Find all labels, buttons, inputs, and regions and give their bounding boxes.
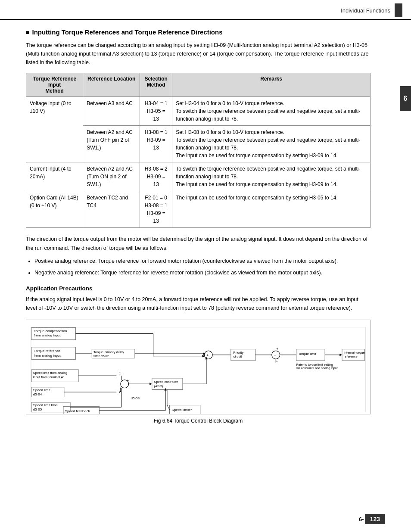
svg-text:Speed feedback: Speed feedback	[65, 409, 90, 413]
table-row: Option Card (AI-14B)(0 to ±10 V) Between…	[26, 191, 371, 228]
svg-text:Torque reference: Torque reference	[34, 349, 60, 353]
location-cell-tc: Between TC2 and TC4	[83, 191, 140, 228]
selection-cell-4: F2-01 = 0H3-08 = 1H3-09 = 13	[140, 191, 172, 228]
svg-text:Speed limit bias: Speed limit bias	[33, 403, 58, 407]
header-title: Individual Functions	[341, 7, 390, 14]
location-cell-a3: Between A3 and AC	[83, 97, 140, 126]
svg-text:+: +	[127, 379, 129, 383]
svg-text:+: +	[276, 359, 278, 364]
selection-cell-2: H3-08 = 1H3-09 = 13	[140, 126, 172, 162]
application-precautions-text: If the analog signal input level is 0 to…	[26, 295, 371, 313]
svg-text:Speed limit from analog: Speed limit from analog	[33, 371, 68, 375]
col-header-location: Reference Location	[83, 73, 140, 97]
svg-text:Internal torque: Internal torque	[344, 351, 365, 355]
bullet-negative: Negative analog reference: Torque refere…	[34, 268, 371, 277]
svg-text:(ASR): (ASR)	[154, 384, 163, 388]
remarks-cell-1: Set H3-04 to 0 for a 0 to 10-V torque re…	[172, 97, 371, 126]
svg-text:Speed limiter: Speed limiter	[171, 408, 192, 412]
bullet-list: Positive analog reference: Torque refere…	[34, 257, 371, 277]
svg-line-76	[167, 405, 170, 409]
selection-cell-1: H3-04 = 1H3-05 = 13	[140, 97, 172, 126]
intro-text: The torque reference can be changed acco…	[26, 41, 371, 67]
method-cell-option: Option Card (AI-14B)(0 to ±10 V)	[26, 191, 83, 228]
svg-text:circuit: circuit	[234, 355, 243, 358]
location-cell-a2-off: Between A2 and AC(Turn OFF pin 2 of SW1.…	[83, 126, 140, 162]
remarks-cell-4: The input can be used for torque compens…	[172, 191, 371, 228]
svg-text:+: +	[206, 352, 209, 357]
table-row: Current input (4 to 20mA) Between A2 and…	[26, 162, 371, 191]
svg-text:d5-05: d5-05	[33, 408, 42, 411]
svg-text:Torque compensation: Torque compensation	[34, 329, 67, 333]
footer-prefix: 6-	[359, 516, 364, 523]
method-cell-voltage: Voltage input (0 to ±10 V)	[26, 97, 83, 162]
svg-marker-72	[164, 388, 167, 390]
svg-text:Speed controller: Speed controller	[154, 380, 178, 384]
application-precautions-heading: Application Precautions	[26, 285, 371, 292]
remarks-cell-3: To switch the torque reference between p…	[172, 162, 371, 191]
method-cell-current: Current input (4 to 20mA)	[26, 162, 83, 191]
page-header: Individual Functions	[0, 0, 411, 20]
svg-marker-53	[149, 383, 152, 385]
location-cell-a2-on: Between A2 and AC(Turn ON pin 2 of SW1.)	[83, 162, 140, 191]
svg-text:filter   d5-02: filter d5-02	[93, 354, 109, 358]
table-row: Voltage input (0 to ±10 V) Between A3 an…	[26, 97, 371, 126]
col-header-remarks: Remarks	[172, 73, 371, 97]
svg-text:from analog input: from analog input	[34, 353, 61, 357]
content-area: Inputting Torque References and Torque R…	[0, 20, 396, 437]
svg-text:d5-04: d5-04	[33, 392, 42, 396]
svg-text:Priority: Priority	[234, 351, 244, 355]
svg-text:via constants and analog input: via constants and analog input	[296, 367, 338, 370]
col-header-method: Torque Reference InputMethod	[26, 73, 83, 97]
svg-marker-29	[339, 354, 342, 356]
svg-text:reference: reference	[344, 355, 358, 358]
svg-text:from analog input: from analog input	[34, 333, 61, 337]
svg-text:input from terminal A1: input from terminal A1	[33, 375, 65, 379]
section-heading: Inputting Torque References and Torque R…	[26, 28, 371, 36]
svg-text:1: 1	[119, 371, 121, 375]
svg-text:Torque limit: Torque limit	[298, 352, 316, 356]
header-bar	[395, 3, 402, 17]
svg-text:−: −	[121, 384, 123, 388]
diagram-caption: Fig 6.64 Torque Control Block Diagram	[26, 418, 371, 424]
selection-cell-3: H3-08 = 2H3-09 = 13	[140, 162, 172, 191]
remarks-cell-2: Set H3-08 to 0 for a 0 to 10-V torque re…	[172, 126, 371, 162]
page-footer: 6- 123	[359, 514, 385, 524]
diagram-svg: Torque compensation from analog input To…	[31, 324, 366, 414]
block-diagram: Torque compensation from analog input To…	[26, 320, 371, 414]
svg-text:d5-03: d5-03	[131, 396, 140, 400]
chapter-tab: 6	[400, 86, 411, 111]
bullet-positive: Positive analog reference: Torque refere…	[34, 257, 371, 266]
col-header-selection: SelectionMethod	[140, 73, 172, 97]
footer-page-number: 123	[365, 514, 385, 524]
svg-text:Refer to torque limit setting: Refer to torque limit setting	[296, 363, 333, 366]
svg-text:+: +	[274, 352, 277, 357]
torque-reference-table: Torque Reference InputMethod Reference L…	[26, 73, 371, 228]
svg-text:+: +	[276, 347, 278, 351]
direction-text: The direction of the torque output from …	[26, 235, 371, 252]
svg-text:Speed limit: Speed limit	[33, 388, 51, 392]
